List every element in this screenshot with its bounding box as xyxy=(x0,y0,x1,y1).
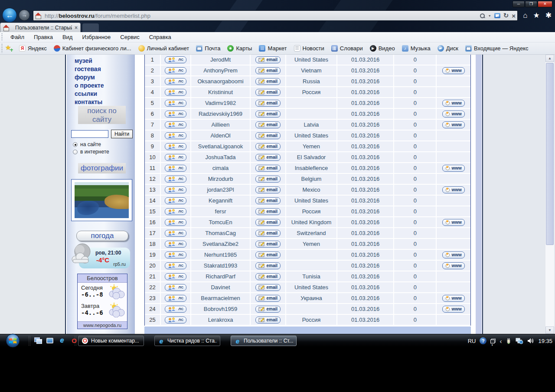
forward-button[interactable]: → xyxy=(19,10,30,21)
member-username[interactable]: Kristininut xyxy=(191,87,251,97)
photos-heading[interactable]: фотографии xyxy=(78,163,126,173)
email-button[interactable]: email xyxy=(255,165,281,172)
favorites-bar-item[interactable]: Музыка xyxy=(399,44,433,52)
favorites-bar-item[interactable]: Маркет xyxy=(256,44,289,52)
private-message-button[interactable]: ЛС xyxy=(165,111,186,118)
back-button[interactable]: ← xyxy=(2,8,17,23)
refresh-icon[interactable]: ↻ xyxy=(503,12,509,20)
stop-icon[interactable]: × xyxy=(512,12,516,20)
language-indicator[interactable]: RU xyxy=(468,338,476,344)
private-message-button[interactable]: ЛС xyxy=(165,165,186,172)
member-username[interactable]: ThomasCag xyxy=(191,228,251,238)
member-username[interactable]: Lerakroxa xyxy=(191,315,251,325)
site-search-input[interactable] xyxy=(71,130,108,138)
website-button[interactable]: www xyxy=(442,295,464,302)
compatibility-view-icon[interactable] xyxy=(494,13,500,18)
email-button[interactable]: email xyxy=(255,154,281,161)
sidebar-nav-link[interactable]: музей xyxy=(75,57,104,64)
private-message-button[interactable]: ЛС xyxy=(165,67,186,74)
internet-explorer-icon[interactable]: e xyxy=(58,336,66,344)
start-button[interactable] xyxy=(5,333,20,348)
weather-forecast-widget[interactable]: Белоостров Сегодня -6..-8 Завтра -4..-6 xyxy=(77,274,127,329)
member-username[interactable]: fersr xyxy=(191,206,251,216)
email-button[interactable]: email xyxy=(255,295,281,302)
close-button[interactable]: ✕ xyxy=(538,1,552,7)
scroll-down-arrow[interactable]: ▼ xyxy=(545,327,554,334)
browser-tab[interactable]: Пользователи :: Старый Б... × xyxy=(0,23,81,32)
sidebar-nav-link[interactable]: гостевая xyxy=(75,65,104,72)
private-message-button[interactable]: ЛС xyxy=(165,219,186,226)
menu-item[interactable]: Справка xyxy=(145,33,176,41)
website-button[interactable]: www xyxy=(442,100,464,107)
search-icon[interactable] xyxy=(480,13,485,19)
sidebar-nav-link[interactable]: ссылки xyxy=(75,90,104,97)
weather-heading[interactable]: погода xyxy=(76,231,128,241)
member-username[interactable]: Mirzodurb xyxy=(191,174,251,184)
menu-item[interactable]: Файл xyxy=(6,33,29,41)
member-username[interactable]: JerodMt xyxy=(191,55,251,65)
taskbar-window-button[interactable]: Новые комментар... xyxy=(78,336,144,346)
minimize-button[interactable]: ─ xyxy=(513,1,525,7)
favorites-bar-item[interactable]: Почта xyxy=(193,44,223,52)
browser-scrollbar[interactable]: ▲ ▼ xyxy=(545,55,554,334)
private-message-button[interactable]: ЛС xyxy=(165,252,186,258)
search-dropdown-icon[interactable]: ▼ xyxy=(488,14,491,17)
taskbar-window-button[interactable]: Чистка рядов :: Ста... xyxy=(154,336,220,346)
volume-tray-icon[interactable] xyxy=(527,337,534,344)
menu-item[interactable]: Избранное xyxy=(78,33,115,41)
email-button[interactable]: email xyxy=(255,143,281,150)
email-button[interactable]: email xyxy=(255,56,281,63)
radio-on-site[interactable] xyxy=(73,142,78,147)
member-username[interactable]: Vadimv1982 xyxy=(191,98,251,108)
member-username[interactable]: Stakratd1993 xyxy=(191,261,251,271)
private-message-button[interactable]: ЛС xyxy=(165,241,186,248)
email-button[interactable]: email xyxy=(255,262,281,269)
home-icon[interactable]: ⌂ xyxy=(523,11,527,20)
weather-source-link[interactable]: rp5.ru xyxy=(113,261,126,267)
website-button[interactable]: www xyxy=(442,252,464,258)
private-message-button[interactable]: ЛС xyxy=(165,317,186,323)
address-bar[interactable]: http://beloostrov.ru/forum/memberlist.ph… xyxy=(33,10,518,21)
email-button[interactable]: email xyxy=(255,317,281,323)
member-username[interactable]: SvetlanaZibe2 xyxy=(191,239,251,249)
website-button[interactable]: www xyxy=(442,111,464,118)
site-search-button[interactable]: Найти xyxy=(111,130,133,138)
private-message-button[interactable]: ЛС xyxy=(165,230,186,237)
new-tab-button[interactable] xyxy=(82,23,99,32)
email-button[interactable]: email xyxy=(255,186,281,193)
member-username[interactable]: Bearmacielmen xyxy=(191,293,251,303)
email-button[interactable]: email xyxy=(255,78,281,85)
favorites-bar-item[interactable]: Личный кабинет xyxy=(136,44,192,52)
email-button[interactable]: email xyxy=(255,284,281,291)
private-message-button[interactable]: ЛС xyxy=(165,273,186,280)
email-button[interactable]: email xyxy=(255,197,281,204)
forecast-source-link[interactable]: www.nepogoda.ru xyxy=(78,321,127,329)
website-button[interactable]: www xyxy=(442,121,464,128)
member-username[interactable]: Davinet xyxy=(191,282,251,292)
favorites-bar-item[interactable]: Диск xyxy=(435,44,461,52)
private-message-button[interactable]: ЛС xyxy=(165,176,186,183)
favorites-bar-item[interactable]: Входящие — Яндекс xyxy=(463,44,531,52)
website-button[interactable]: www xyxy=(442,262,464,269)
email-button[interactable]: email xyxy=(255,89,281,96)
network-tray-icon[interactable] xyxy=(516,337,523,344)
private-message-button[interactable]: ЛС xyxy=(165,197,186,204)
member-username[interactable]: jordan23Pl xyxy=(191,185,251,195)
radio-internet[interactable] xyxy=(73,150,78,154)
member-username[interactable]: AnthonyPrem xyxy=(191,65,251,75)
favorites-bar-item[interactable]: Новости xyxy=(291,44,327,52)
private-message-button[interactable]: ЛС xyxy=(165,284,186,291)
restore-button[interactable]: ❐ xyxy=(525,1,537,7)
add-favorite-icon[interactable] xyxy=(5,45,13,52)
website-button[interactable]: www xyxy=(442,67,464,74)
settings-gear-icon[interactable]: ✱ xyxy=(545,11,552,20)
favorites-star-icon[interactable]: ★ xyxy=(533,11,540,20)
member-username[interactable]: AldenOl xyxy=(191,131,251,140)
member-username[interactable]: cimala xyxy=(191,163,251,173)
taskbar-window-button[interactable]: Пользователи :: Ст... xyxy=(231,336,297,346)
email-button[interactable]: email xyxy=(255,67,281,74)
email-button[interactable]: email xyxy=(255,273,281,280)
clock[interactable]: 19:35 xyxy=(538,338,552,344)
private-message-button[interactable]: ЛС xyxy=(165,208,186,215)
member-username[interactable]: Radzievskiiy1969 xyxy=(191,109,251,119)
